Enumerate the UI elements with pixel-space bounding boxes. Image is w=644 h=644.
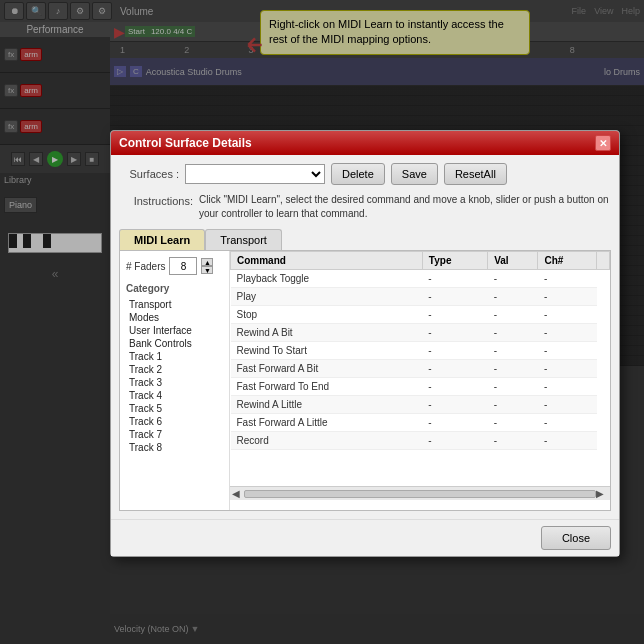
cell-ch: -	[538, 288, 597, 306]
table-row[interactable]: Record---	[231, 432, 610, 450]
scroll-left-arrow[interactable]: ◀	[232, 488, 244, 499]
dialog-header: Control Surface Details ✕	[111, 131, 619, 155]
col-command: Command	[231, 252, 423, 270]
category-item[interactable]: Track 4	[126, 389, 223, 402]
category-item[interactable]: Track 2	[126, 363, 223, 376]
faders-spinner: ▲ ▼	[201, 258, 213, 274]
cell-val: -	[488, 324, 538, 342]
table-row[interactable]: Play---	[231, 288, 610, 306]
surfaces-label: Surfaces :	[119, 168, 179, 180]
table-row[interactable]: Rewind A Bit---	[231, 324, 610, 342]
save-button[interactable]: Save	[391, 163, 438, 185]
cell-type: -	[422, 324, 487, 342]
category-item[interactable]: Track 3	[126, 376, 223, 389]
instructions-row: Instructions: Click "MIDI Learn", select…	[119, 193, 611, 221]
table-row[interactable]: Rewind A Little---	[231, 396, 610, 414]
surfaces-select[interactable]	[185, 164, 325, 184]
tab-transport[interactable]: Transport	[205, 229, 282, 250]
horizontal-scrollbar[interactable]: ◀ ▶	[230, 486, 610, 500]
category-list: TransportModesUser InterfaceBank Control…	[126, 298, 223, 454]
dialog-body: Surfaces : Delete Save ResetAll Instruct…	[111, 155, 619, 519]
cell-ch: -	[538, 306, 597, 324]
cell-val: -	[488, 342, 538, 360]
left-panel: # Faders ▲ ▼ Category TransportModesUser…	[120, 251, 230, 510]
category-item[interactable]: Track 6	[126, 415, 223, 428]
cell-command: Rewind A Little	[231, 396, 423, 414]
cell-val: -	[488, 360, 538, 378]
category-item[interactable]: Transport	[126, 298, 223, 311]
content-area: # Faders ▲ ▼ Category TransportModesUser…	[119, 251, 611, 511]
tab-midi-learn[interactable]: MIDI Learn	[119, 229, 205, 250]
category-item[interactable]: User Interface	[126, 324, 223, 337]
close-button[interactable]: Close	[541, 526, 611, 550]
command-table: Command Type Val Ch# Playback Toggle---P…	[230, 251, 610, 450]
table-row[interactable]: Stop---	[231, 306, 610, 324]
cell-val: -	[488, 288, 538, 306]
cell-type: -	[422, 270, 487, 288]
dialog-footer: Close	[111, 519, 619, 556]
tabs-row: MIDI Learn Transport	[119, 229, 611, 251]
faders-row: # Faders ▲ ▼	[126, 257, 223, 275]
faders-label: # Faders	[126, 261, 165, 272]
right-panel: Command Type Val Ch# Playback Toggle---P…	[230, 251, 610, 510]
instructions-label: Instructions:	[119, 193, 199, 207]
cell-val: -	[488, 414, 538, 432]
command-table-scroll[interactable]: Command Type Val Ch# Playback Toggle---P…	[230, 251, 610, 486]
table-row[interactable]: Playback Toggle---	[231, 270, 610, 288]
category-label: Category	[126, 283, 223, 294]
cell-type: -	[422, 288, 487, 306]
cell-val: -	[488, 306, 538, 324]
resetall-button[interactable]: ResetAll	[444, 163, 507, 185]
cell-command: Playback Toggle	[231, 270, 423, 288]
dialog-title: Control Surface Details	[119, 136, 252, 150]
cell-command: Stop	[231, 306, 423, 324]
category-item[interactable]: Track 7	[126, 428, 223, 441]
cell-ch: -	[538, 414, 597, 432]
cell-command: Fast Forward A Bit	[231, 360, 423, 378]
cell-type: -	[422, 396, 487, 414]
cell-command: Fast Forward To End	[231, 378, 423, 396]
col-type: Type	[422, 252, 487, 270]
cell-ch: -	[538, 378, 597, 396]
category-item[interactable]: Modes	[126, 311, 223, 324]
cell-command: Rewind A Bit	[231, 324, 423, 342]
category-item[interactable]: Track 1	[126, 350, 223, 363]
cell-val: -	[488, 396, 538, 414]
table-row[interactable]: Fast Forward To End---	[231, 378, 610, 396]
surfaces-row: Surfaces : Delete Save ResetAll	[119, 163, 611, 185]
cell-command: Play	[231, 288, 423, 306]
col-ch: Ch#	[538, 252, 597, 270]
cell-val: -	[488, 270, 538, 288]
cell-type: -	[422, 306, 487, 324]
category-item[interactable]: Track 5	[126, 402, 223, 415]
category-item[interactable]: Track 8	[126, 441, 223, 454]
spin-down-btn[interactable]: ▼	[201, 266, 213, 274]
dialog-close-btn[interactable]: ✕	[595, 135, 611, 151]
table-row[interactable]: Fast Forward A Bit---	[231, 360, 610, 378]
faders-input[interactable]	[169, 257, 197, 275]
spin-up-btn[interactable]: ▲	[201, 258, 213, 266]
cell-type: -	[422, 360, 487, 378]
instructions-text: Click "MIDI Learn", select the desired c…	[199, 193, 611, 221]
cell-type: -	[422, 378, 487, 396]
dialog: Control Surface Details ✕ Surfaces : Del…	[110, 130, 620, 557]
cell-val: -	[488, 432, 538, 450]
cell-ch: -	[538, 270, 597, 288]
cell-type: -	[422, 342, 487, 360]
table-row[interactable]: Fast Forward A Little---	[231, 414, 610, 432]
scroll-bar[interactable]	[244, 490, 596, 498]
cell-command: Record	[231, 432, 423, 450]
delete-button[interactable]: Delete	[331, 163, 385, 185]
table-row[interactable]: Rewind To Start---	[231, 342, 610, 360]
cell-val: -	[488, 378, 538, 396]
col-scrollspace	[597, 252, 610, 270]
cell-ch: -	[538, 360, 597, 378]
category-item[interactable]: Bank Controls	[126, 337, 223, 350]
cell-command: Rewind To Start	[231, 342, 423, 360]
cell-ch: -	[538, 396, 597, 414]
col-val: Val	[488, 252, 538, 270]
scroll-right-arrow[interactable]: ▶	[596, 488, 608, 499]
cell-command: Fast Forward A Little	[231, 414, 423, 432]
cell-ch: -	[538, 324, 597, 342]
cell-ch: -	[538, 432, 597, 450]
